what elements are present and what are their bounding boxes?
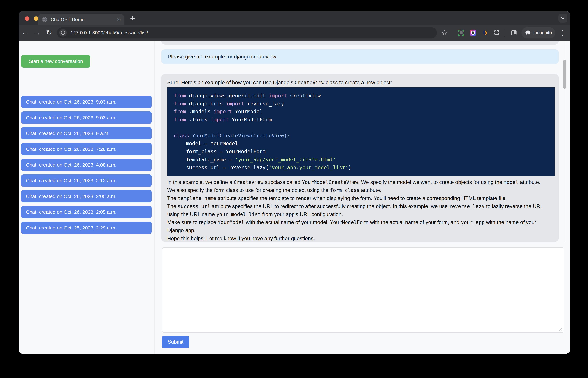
explanation-paragraph: Make sure to replace YourModel with the … [167,218,553,234]
explanation-paragraph: The success_url attribute specifies the … [167,202,553,218]
extensions-puzzle-button[interactable] [491,25,503,41]
sidebar-divider [154,41,154,353]
page-content: Start a new conversation Chat: created o… [19,41,570,353]
resize-handle-icon[interactable] [558,327,563,332]
chat-list-item[interactable]: Chat: created on Oct. 26, 2023, 2:05 a.m… [21,190,152,202]
composer [162,247,564,333]
explanation-paragraph: We also specify the form class to use fo… [167,186,553,194]
minimize-window-button[interactable] [34,16,38,21]
star-icon: ☆ [441,29,448,37]
chat-list-item[interactable]: Chat: created on Oct. 26, 2023, 2:12 a.m… [21,175,152,187]
message-input[interactable] [162,247,564,333]
chat-list-item[interactable]: Chat: created on Oct. 26, 2023, 4:08 a.m… [21,159,152,171]
bookmark-star-button[interactable]: ☆ [438,25,450,41]
assistant-explanation: In this example, we define a CreateView … [167,178,553,243]
chat-list-item[interactable]: Chat: created on Oct. 26, 2023, 9:03 a.m… [21,111,152,124]
url-text[interactable]: 127.0.0.1:8000/chat/9/message/list/ [70,30,148,36]
assistant-intro: Sure! Here's an example of how you can u… [167,79,553,86]
new-tab-button[interactable]: + [126,13,139,24]
tab-strip: ChatGPT Demo × + [19,11,570,25]
code-block: from django.views.generic.edit import Cr… [167,87,555,176]
explanation-paragraph: In this example, we define a CreateView … [167,178,553,186]
messages-scrollbar-thumb[interactable] [563,60,566,89]
site-info-icon[interactable] [59,29,67,37]
flame-extension-icon[interactable] [480,25,490,41]
submit-button[interactable]: Submit [162,336,189,348]
tab-search-button[interactable] [559,14,567,23]
chat-list-item[interactable]: Chat: created on Oct. 26, 2023, 9 a.m. [21,127,152,139]
start-new-conversation-button[interactable]: Start a new conversation [21,55,90,68]
back-button[interactable]: ← [19,25,31,41]
browser-tab[interactable]: ChatGPT Demo × [38,14,124,25]
tab-close-icon[interactable]: × [114,14,124,25]
toolbar-separator [504,29,504,36]
browser-toolbar: ← → ↻ 127.0.0.1:8000/chat/9/message/list… [19,25,570,41]
browser-window: ChatGPT Demo × + ← → ↻ 127.0.0.1:8000/ch… [19,11,570,353]
incognito-icon [525,29,531,36]
chat-list-item[interactable]: Chat: created on Oct. 26, 2023, 7:28 a.m… [21,143,152,155]
chat-list-item[interactable]: Chat: created on Oct. 26, 2023, 2:05 a.m… [21,206,152,218]
screenshot-extension-icon[interactable] [456,25,466,41]
kebab-menu-button[interactable]: ⋮ [558,25,567,41]
explanation-paragraph: Hope this helps! Let me know if you have… [167,234,553,243]
tab-title: ChatGPT Demo [51,17,114,22]
address-bar[interactable]: 127.0.0.1:8000/chat/9/message/list/ [57,27,437,38]
user-message-bubble: Please give me example for django create… [161,49,559,64]
side-panel-button[interactable] [508,25,520,41]
explanation-paragraph: The template_name attribute specifies th… [167,194,553,202]
chat-list-item[interactable]: Chat: created on Oct. 25, 2023, 2:29 a.m… [21,222,152,234]
chat-list: Chat: created on Oct. 26, 2023, 9:03 a.m… [21,96,152,237]
camera-extension-icon[interactable] [468,25,478,41]
reload-button[interactable]: ↻ [43,25,55,41]
globe-favicon-icon [42,16,48,22]
chat-list-item[interactable]: Chat: created on Oct. 26, 2023, 9:03 a.m… [21,96,152,108]
chevron-down-icon [560,16,565,21]
close-window-button[interactable] [25,16,29,21]
forward-button[interactable]: → [31,25,43,41]
incognito-label: Incognito [533,30,552,35]
incognito-badge[interactable]: Incognito [521,27,555,38]
assistant-message-bubble: Sure! Here's an example of how you can u… [161,74,559,242]
clipped-message-bubble [161,41,559,45]
